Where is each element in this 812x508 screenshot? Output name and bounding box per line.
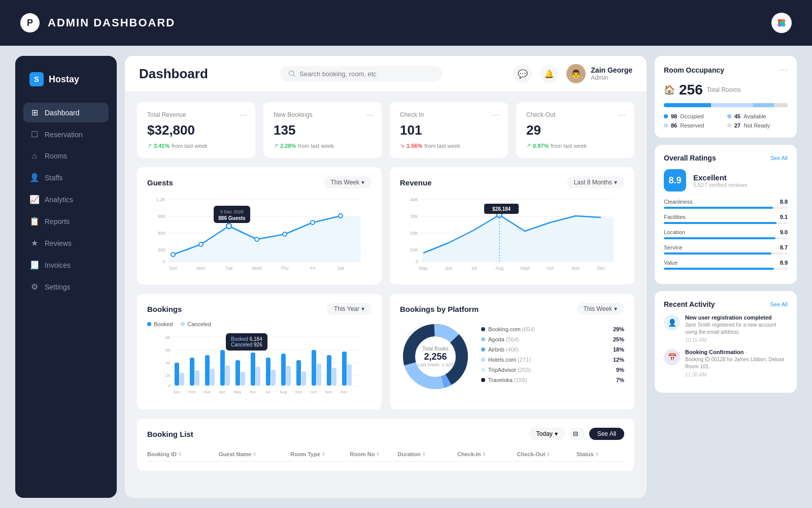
sidebar-item-label: Settings [45,283,71,291]
svg-text:Feb: Feb [188,390,195,394]
stat-change-val: 2.28% [280,143,296,149]
chart-header: Revenue Last 8 Months ▾ [400,176,624,188]
svg-rect-78 [266,358,270,386]
donut-total-label: Total Books [418,346,453,352]
invoices-icon: 🧾 [29,260,40,270]
svg-text:Sat: Sat [337,266,344,271]
platform-chart-header: Bookings by Platform This Week ▾ [400,303,624,315]
svg-text:Dec: Dec [341,390,348,394]
activity-item-title: Booking Confirmation - [685,349,788,355]
svg-text:900: 900 [158,214,165,219]
sidebar-item-dashboard[interactable]: ⊞ Dashboard [23,103,109,122]
svg-point-5 [289,71,294,75]
svg-rect-83 [301,371,306,386]
stat-menu-dots[interactable]: ⋯ [239,110,247,120]
rating-row-service: Service 8.7 [664,244,788,255]
svg-text:Dec: Dec [597,266,605,271]
chart-header: Guests This Week ▾ [147,176,371,188]
svg-text:Mon: Mon [196,266,206,271]
platform-filter-button[interactable]: This Week ▾ [577,303,624,315]
revenue-filter-button[interactable]: Last 8 Months ▾ [567,176,624,188]
svg-rect-85 [317,364,321,386]
list-item: Hotels.com (271) 12% [481,357,624,363]
occupancy-total: 🏠 256 Total Rooms [664,82,788,98]
sidebar-item-reports[interactable]: 📋 Reports [23,211,109,231]
room-occupancy-card: Room Occupancy ⋯ 🏠 256 Total Rooms 98 Oc… [655,56,797,138]
occupancy-dots[interactable]: ⋯ [780,65,788,75]
svg-text:Jun: Jun [445,266,453,271]
list-item: Airbnb (406) 18% [481,346,624,353]
activity-see-all[interactable]: See All [770,301,788,307]
stat-menu-dots[interactable]: ⋯ [492,110,500,120]
table-header: Booking ID ⇕ Guest Name ⇕ Room Type ⇕ Ro… [147,447,624,462]
dashboard-icon: ⊞ [29,108,40,117]
filter-icon-button[interactable]: ⊟ [569,428,585,440]
rating-score-header: 8.9 Excellent 5,827 verified reviews [664,169,788,192]
svg-text:Aug: Aug [280,390,287,394]
bookings-row: Bookings This Year ▾ Booked [137,294,634,409]
activity-booking-icon: 📅 [664,349,680,365]
rating-review-count: 5,827 verified reviews [693,182,747,188]
svg-rect-80 [281,354,286,386]
sidebar-item-label: Dashboard [45,109,80,117]
ratings-see-all[interactable]: See All [770,155,788,161]
not-ready-seg [774,103,788,107]
sidebar-item-reviews[interactable]: ★ Reviews [23,233,109,253]
sidebar-brand-name: Hostay [49,74,79,85]
svg-text:20K: 20K [410,231,418,236]
svg-rect-87 [332,368,336,386]
bed-icon: 🏠 [664,84,675,96]
not-ready-legend: 27 Not Ready [727,122,788,129]
guests-filter-button[interactable]: This Week ▾ [324,176,371,188]
svg-rect-86 [327,355,331,386]
bookings-filter-button[interactable]: This Year ▾ [327,303,371,315]
svg-text:1.2K: 1.2K [156,197,165,202]
sidebar-item-rooms[interactable]: ⌂ Rooms [23,146,109,166]
see-all-booking-button[interactable]: See All [589,428,624,440]
activity-item: 👤 New user registration completed Jane S… [664,314,788,343]
svg-point-4 [780,21,784,25]
sidebar-item-analytics[interactable]: 📈 Analytics [23,189,109,209]
svg-text:Sun: Sun [169,266,177,271]
stat-menu-dots[interactable]: ⋯ [365,110,374,120]
rooms-icon: ⌂ [29,151,40,161]
svg-rect-68 [190,358,194,386]
sidebar-brand: S Hostay [23,68,109,90]
search-bar[interactable] [280,66,442,82]
svg-rect-76 [251,353,255,386]
charts-row: Guests This Week ▾ 1. [137,167,634,284]
top-bar-left: P ADMIN DASHBOARD [20,13,175,33]
svg-text:Wed: Wed [252,266,261,271]
sidebar-item-label: Reports [45,217,70,226]
notification-button[interactable]: 🔔 [540,65,558,83]
reserved-legend: 86 Reserved [664,122,724,129]
reports-icon: 📋 [29,216,40,226]
svg-text:Jul: Jul [471,266,477,271]
activity-item-time: 11:00 AM [685,372,788,377]
occupancy-header: Room Occupancy ⋯ [664,65,788,75]
top-bar-icons [771,13,792,33]
svg-text:6K: 6K [165,348,171,353]
stat-change-val: 3.41% [154,143,170,149]
svg-text:Oct: Oct [547,266,554,271]
svg-point-17 [171,252,175,257]
ratings-header: Overall Ratings See All [664,154,788,162]
bookings-chart-title: Bookings [147,305,182,313]
activity-item-title: New user registration completed [685,314,788,321]
svg-rect-88 [342,352,347,386]
svg-rect-72 [220,350,225,386]
today-filter-button[interactable]: Today ▾ [529,428,565,440]
booking-list-title: Booking List [147,430,193,438]
sidebar-item-staffs[interactable]: 👤 Staffs [23,168,109,187]
svg-point-23 [339,214,343,218]
chat-button[interactable]: 💬 [514,65,532,83]
sidebar-item-reservation[interactable]: ☐ Reservation [23,124,109,144]
search-input[interactable] [299,70,433,78]
sidebar-item-label: Reviews [45,239,72,247]
sidebar-item-invoices[interactable]: 🧾 Invoices [23,255,109,275]
stat-menu-dots[interactable]: ⋯ [618,110,626,120]
guests-chart-title: Guests [147,178,173,187]
available-seg [753,103,774,107]
sidebar-item-settings[interactable]: ⚙ Settings [23,277,109,297]
svg-text:Apr: Apr [219,390,226,394]
